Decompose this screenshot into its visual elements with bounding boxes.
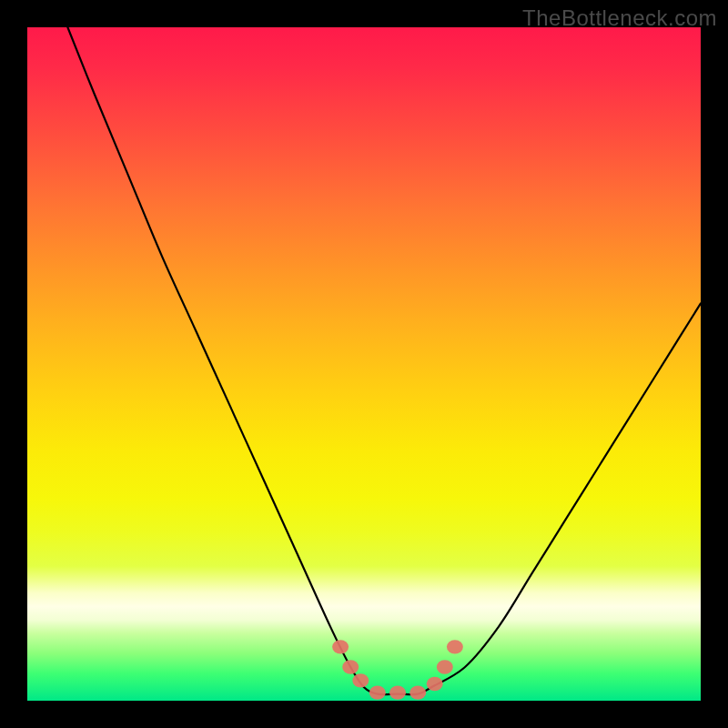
marker-dot [437,660,453,673]
marker-dot [447,640,463,653]
curve-svg [27,27,701,701]
chart-frame: TheBottleneck.com [0,0,728,728]
marker-dot [352,673,369,687]
marker-dot [410,685,426,699]
marker-group [332,640,463,700]
plot-area [27,27,701,701]
watermark-text: TheBottleneck.com [522,5,717,31]
bottleneck-curve [67,27,701,694]
marker-dot [369,685,386,699]
marker-dot [389,685,406,699]
marker-dot [342,660,359,673]
marker-dot [332,640,349,653]
marker-dot [427,677,443,691]
